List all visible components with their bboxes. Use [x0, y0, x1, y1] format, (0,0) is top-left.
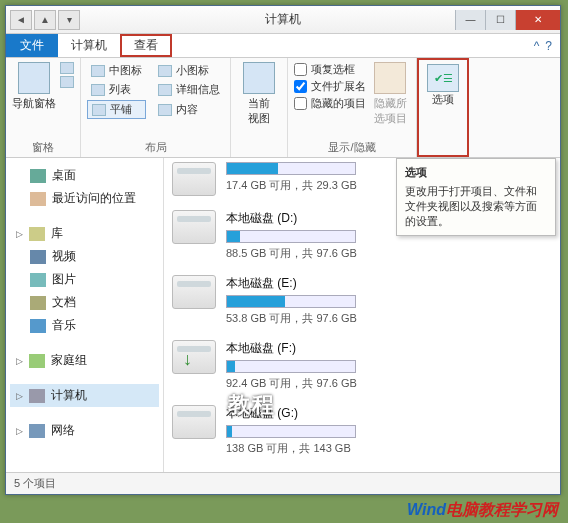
up-button[interactable]: ▲	[34, 10, 56, 30]
drive-list: 选项 更改用于打开项目、文件和文件夹视图以及搜索等方面的设置。 17.4 GB …	[164, 158, 560, 472]
group-options: ✔☰ 选项	[417, 58, 469, 157]
ribbon: 导航窗格 窗格 中图标 小图标 列表 详细信息 平铺 内容	[6, 58, 560, 158]
current-view-icon	[243, 62, 275, 94]
tab-view[interactable]: 查看	[120, 34, 172, 57]
drive-info: 92.4 GB 可用，共 97.6 GB	[226, 376, 552, 391]
drive-icon	[172, 162, 216, 196]
drive-item[interactable]: 本地磁盘 (E:) 53.8 GB 可用，共 97.6 GB	[172, 275, 552, 326]
content-area: 桌面 最近访问的位置 ▷库 视频 图片 文档 音乐 ▷家庭组 ▷计算机 ▷网络 …	[6, 158, 560, 472]
group-layout-label: 布局	[87, 138, 224, 155]
ribbon-collapse-icon[interactable]: ^	[534, 39, 540, 53]
drive-item[interactable]: ↓ 本地磁盘 (F:) 92.4 GB 可用，共 97.6 GB	[172, 340, 552, 391]
sidebar-item-network[interactable]: ▷网络	[10, 419, 159, 442]
check-file-extensions[interactable]: 文件扩展名	[294, 79, 366, 94]
history-dropdown[interactable]: ▾	[58, 10, 80, 30]
titlebar: ◄ ▲ ▾ 计算机 — ☐ ✕	[6, 6, 560, 34]
options-button[interactable]: ✔☰ 选项	[427, 64, 459, 107]
drive-name: 本地磁盘 (E:)	[226, 275, 552, 292]
check-hidden-items[interactable]: 隐藏的项目	[294, 96, 366, 111]
sidebar-item-homegroup[interactable]: ▷家庭组	[10, 349, 159, 372]
drive-icon	[172, 405, 216, 439]
group-layout: 中图标 小图标 列表 详细信息 平铺 内容 布局	[81, 58, 231, 157]
sidebar-item-desktop[interactable]: 桌面	[10, 164, 159, 187]
tab-file[interactable]: 文件	[6, 34, 58, 57]
close-button[interactable]: ✕	[515, 10, 560, 30]
back-button[interactable]: ◄	[10, 10, 32, 30]
sidebar-item-computer[interactable]: ▷计算机	[10, 384, 159, 407]
preview-pane-icon[interactable]	[60, 62, 74, 74]
group-current-view: 当前 视图	[231, 58, 288, 157]
check-item-checkboxes[interactable]: 项复选框	[294, 62, 366, 77]
options-tooltip: 选项 更改用于打开项目、文件和文件夹视图以及搜索等方面的设置。	[396, 158, 556, 236]
nav-sidebar: 桌面 最近访问的位置 ▷库 视频 图片 文档 音乐 ▷家庭组 ▷计算机 ▷网络	[6, 158, 164, 472]
group-panes: 导航窗格 窗格	[6, 58, 81, 157]
tooltip-body: 更改用于打开项目、文件和文件夹视图以及搜索等方面的设置。	[405, 184, 547, 229]
options-icon: ✔☰	[427, 64, 459, 92]
minimize-button[interactable]: —	[455, 10, 485, 30]
hide-selected-icon	[374, 62, 406, 94]
drive-icon: ↓	[172, 340, 216, 374]
help-icon[interactable]: ?	[545, 39, 552, 53]
layout-list[interactable]: 列表	[87, 81, 146, 98]
current-view-button[interactable]: 当前 视图	[237, 62, 281, 126]
hide-selected-button[interactable]: 隐藏所 选项目	[370, 62, 410, 126]
drive-info: 53.8 GB 可用，共 97.6 GB	[226, 311, 552, 326]
layout-details[interactable]: 详细信息	[154, 81, 224, 98]
layout-medium-icons[interactable]: 中图标	[87, 62, 146, 79]
drive-info: 88.5 GB 可用，共 97.6 GB	[226, 246, 552, 261]
maximize-button[interactable]: ☐	[485, 10, 515, 30]
layout-tiles[interactable]: 平铺	[87, 100, 146, 119]
sidebar-item-videos[interactable]: 视频	[10, 245, 159, 268]
details-pane-icon[interactable]	[60, 76, 74, 88]
sidebar-item-libraries[interactable]: ▷库	[10, 222, 159, 245]
group-showhide-label: 显示/隐藏	[294, 138, 410, 155]
drive-item[interactable]: 本地磁盘 (G:) 138 GB 可用，共 143 GB	[172, 405, 552, 456]
layout-content[interactable]: 内容	[154, 100, 224, 119]
page-watermark: Wind电脑教程学习网	[407, 500, 558, 521]
status-item-count: 5 个项目	[14, 476, 56, 491]
group-showhide: 项复选框 文件扩展名 隐藏的项目 隐藏所 选项目 显示/隐藏	[288, 58, 417, 157]
layout-small-icons[interactable]: 小图标	[154, 62, 224, 79]
ribbon-tabs: 文件 计算机 查看 ^ ?	[6, 34, 560, 58]
nav-pane-button[interactable]: 导航窗格	[12, 62, 56, 111]
drive-name: 本地磁盘 (G:)	[226, 405, 552, 422]
sidebar-item-documents[interactable]: 文档	[10, 291, 159, 314]
explorer-window: ◄ ▲ ▾ 计算机 — ☐ ✕ 文件 计算机 查看 ^ ? 导航窗格	[5, 5, 561, 495]
hide-selected-label: 隐藏所 选项目	[374, 96, 407, 126]
nav-pane-icon	[18, 62, 50, 94]
sidebar-item-recent[interactable]: 最近访问的位置	[10, 187, 159, 210]
drive-icon	[172, 210, 216, 244]
drive-name: 本地磁盘 (F:)	[226, 340, 552, 357]
options-label: 选项	[432, 92, 454, 107]
window-title: 计算机	[265, 11, 301, 28]
window-controls: — ☐ ✕	[455, 10, 560, 30]
current-view-label: 当前 视图	[248, 96, 270, 126]
nav-buttons: ◄ ▲ ▾	[6, 10, 84, 30]
tab-computer[interactable]: 计算机	[58, 34, 120, 57]
sidebar-item-music[interactable]: 音乐	[10, 314, 159, 337]
tooltip-title: 选项	[405, 165, 547, 180]
drive-info: 138 GB 可用，共 143 GB	[226, 441, 552, 456]
drive-icon	[172, 275, 216, 309]
sidebar-item-pictures[interactable]: 图片	[10, 268, 159, 291]
statusbar: 5 个项目	[6, 472, 560, 494]
group-panes-label: 窗格	[12, 138, 74, 155]
nav-pane-label: 导航窗格	[12, 96, 56, 111]
